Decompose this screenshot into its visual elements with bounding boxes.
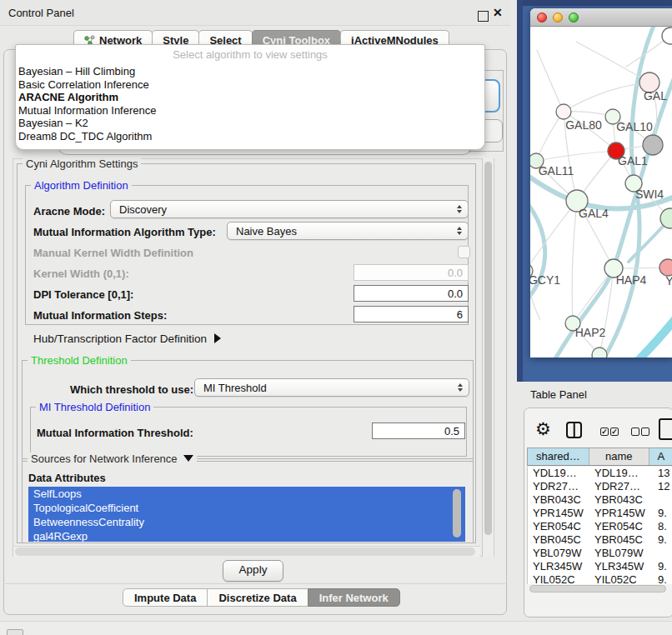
network-graph[interactable]: GALGAL80GAL10GAL1GAL11SWI4GAL4GCY1HAP4YH…	[530, 27, 672, 358]
mi-algorithm-type-select[interactable]: Naive Bayes	[227, 222, 469, 240]
table-cell: YDR27…	[528, 480, 591, 493]
algorithm-option-bayesian-hill-climbing[interactable]: Bayesian – Hill Climbing	[16, 65, 484, 78]
mi-steps-field[interactable]: 6	[354, 306, 469, 322]
manual-kernel-width-label: Manual Kernel Width Definition	[33, 247, 193, 259]
table-cell	[653, 547, 672, 560]
table-row[interactable]: YBR043CYBR043C	[528, 493, 672, 507]
kernel-width-field: 0.0	[354, 264, 469, 281]
export-table-icon[interactable]	[659, 418, 672, 440]
deselect-all-checkbox-icon[interactable]	[631, 428, 639, 436]
network-canvas[interactable]: GALGAL80GAL10GAL1GAL11SWI4GAL4GCY1HAP4YH…	[530, 27, 672, 358]
select-all-checkbox-icon[interactable]: ✓	[610, 428, 619, 436]
table-cell: YDL19…	[528, 467, 591, 480]
aracne-mode-select[interactable]: Discovery	[110, 200, 469, 218]
table-row[interactable]: YBL079WYBL079W	[528, 547, 672, 560]
algorithm-option-bayesian-k2[interactable]: Bayesian – K2	[16, 117, 484, 130]
table-horizontal-scrollbar[interactable]	[528, 584, 672, 594]
algorithm-option-dream8-dc-tdc-algorithm[interactable]: Dream8 DC_TDC Algorithm	[16, 130, 484, 143]
sources-group-title[interactable]: Sources for Network Inference	[28, 452, 197, 465]
table-row[interactable]: YIL052CYIL052C9.	[528, 573, 672, 584]
network-node-label: GCY1	[530, 273, 560, 287]
attribute-item-betweennesscentrality[interactable]: BetweennessCentrality	[28, 515, 465, 529]
table-row[interactable]: YDR27…YDR27…12	[528, 480, 672, 493]
network-node-y[interactable]	[659, 259, 672, 276]
kernel-width-label: Kernel Width (0,1):	[33, 268, 129, 280]
algorithm-option-basic-correlation-inference[interactable]: Basic Correlation Inference	[16, 78, 484, 92]
deselect-all-checkbox-icon[interactable]	[641, 428, 649, 436]
show-columns-icon[interactable]	[566, 422, 582, 438]
column-header-name[interactable]: name	[589, 448, 649, 465]
network-node-label: GAL4	[579, 207, 609, 220]
column-header-a[interactable]: A	[649, 448, 672, 465]
combo-arrows-icon	[457, 227, 462, 235]
table-cell: 13	[653, 467, 672, 480]
bottom-tab-infer-network[interactable]: Infer Network	[308, 588, 400, 607]
panel-dock-button[interactable]	[7, 629, 23, 635]
gear-icon[interactable]: ⚙	[535, 420, 551, 438]
horizontal-scrollbar[interactable]	[13, 546, 480, 557]
close-icon[interactable]: ✕	[493, 6, 503, 19]
network-node-label: GAL80	[565, 118, 602, 132]
dpi-tolerance-field[interactable]: 0.0	[354, 285, 469, 302]
close-traffic-light-icon[interactable]	[537, 12, 547, 22]
zoom-traffic-light-icon[interactable]	[569, 12, 579, 22]
column-header-shared-[interactable]: shared…	[528, 448, 589, 465]
screen: Control Panel ✕ NetworkStyleSelectCyni T…	[0, 0, 672, 635]
table-cell: 9.	[653, 573, 672, 584]
table-cell: YLR345W	[591, 560, 653, 573]
hub-section-toggle[interactable]: Hub/Transcription Factor Definition	[33, 332, 221, 345]
combo-arrows-icon	[457, 205, 462, 213]
which-threshold-value: MI Threshold	[203, 382, 267, 394]
vertical-scrollbar-thumb[interactable]	[484, 162, 492, 535]
bottom-tab-bar: Impute DataDiscretize DataInfer Network	[123, 588, 399, 607]
data-attributes-list[interactable]: SelfLoopsTopologicalCoefficientBetweenne…	[28, 487, 465, 542]
float-window-icon[interactable]	[478, 11, 489, 22]
network-window-titlebar[interactable]	[530, 8, 672, 27]
table-cell	[653, 493, 672, 507]
combo-arrows-icon	[458, 383, 463, 392]
table-row[interactable]: YPR145WYPR145W9.	[528, 507, 672, 520]
network-node-label: SWI4	[635, 188, 664, 201]
mi-steps-label: Mutual Information Steps:	[33, 309, 167, 322]
table-cell: YBR045C	[591, 533, 653, 547]
algorithm-dropdown-placeholder: Select algorithm to view settings	[16, 45, 484, 65]
bottom-tab-impute-data[interactable]: Impute Data	[123, 588, 208, 607]
table-row[interactable]: YBR045CYBR045C9.	[528, 533, 672, 547]
apply-button[interactable]: Apply	[223, 560, 283, 582]
network-node-gal80[interactable]	[556, 104, 571, 119]
network-node[interactable]	[662, 28, 672, 44]
table-cell: 9.	[653, 560, 672, 573]
attribute-item-gal4rgexp[interactable]: gal4RGexp	[28, 529, 465, 542]
list-scrollbar-thumb[interactable]	[453, 489, 461, 538]
algorithm-option-aracne-algorithm[interactable]: ARACNE Algorithm	[16, 91, 484, 104]
select-all-checkbox-icon[interactable]: ✓	[600, 428, 609, 436]
bottom-tab-discretize-data[interactable]: Discretize Data	[207, 588, 308, 607]
bottom-strip	[0, 621, 672, 635]
algorithm-option-mutual-information-inference[interactable]: Mutual Information Inference	[16, 104, 484, 118]
cyni-settings-group-title: Cyni Algorithm Settings	[23, 158, 141, 170]
expand-right-icon	[214, 333, 221, 343]
table-row[interactable]: YLR345WYLR345W9.	[528, 560, 672, 573]
table-cell: YER054C	[528, 520, 591, 533]
minimize-traffic-light-icon[interactable]	[553, 12, 563, 22]
attribute-item-selfloops[interactable]: SelfLoops	[28, 487, 465, 501]
vertical-scrollbar[interactable]	[482, 158, 494, 557]
table-cell: YIL052C	[528, 573, 591, 584]
control-panel-title: Control Panel	[8, 7, 74, 19]
attribute-item-topologicalcoefficient[interactable]: TopologicalCoefficient	[28, 501, 465, 515]
network-node[interactable]	[643, 135, 663, 155]
dpi-tolerance-label: DPI Tolerance [0,1]:	[33, 288, 133, 301]
network-node-label: GAL10	[616, 120, 653, 133]
table-row[interactable]: YDL19…YDL19…13	[528, 467, 672, 480]
mi-threshold-field[interactable]: 0.5	[372, 422, 465, 439]
table-cell: 12	[653, 480, 672, 493]
table-row[interactable]: YER054CYER054C8.	[528, 520, 672, 533]
which-threshold-select[interactable]: MI Threshold	[194, 378, 469, 397]
panel-divider	[5, 583, 505, 584]
horizontal-scrollbar-thumb[interactable]	[15, 548, 475, 556]
network-node[interactable]	[592, 348, 607, 358]
mi-algorithm-type-label: Mutual Information Algorithm Type:	[33, 226, 216, 238]
algorithm-list: Bayesian – Hill ClimbingBasic Correlatio…	[16, 65, 484, 142]
table-header: shared…nameA	[527, 448, 672, 466]
table-scrollbar-thumb[interactable]	[529, 585, 666, 592]
